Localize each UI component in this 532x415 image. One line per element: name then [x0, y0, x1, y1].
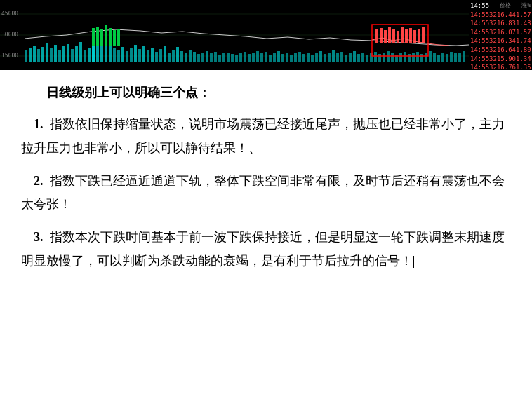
item-header-1: 1. [21, 117, 50, 131]
svg-rect-27 [109, 44, 112, 62]
numbered-item-1: 1. 指数依旧保持缩量状态，说明市场震荡已经接近尾声，抛压也已经非常小了，主力拉… [21, 113, 511, 160]
item-body-1: 指数依旧保持缩量状态，说明市场震荡已经接近尾声，抛压也已经非常小了，主力拉升压力… [21, 117, 505, 154]
price-row-6: 14:55 3215.90 1.34↑ [470, 55, 531, 64]
svg-rect-36 [147, 50, 149, 62]
svg-rect-45 [185, 53, 187, 62]
sidebar-time-label: 14:55 [470, 1, 489, 11]
svg-rect-25 [100, 46, 103, 62]
svg-rect-34 [138, 49, 141, 62]
item-header-3: 3. [21, 230, 50, 244]
item-body-2: 指数下跌已经逼近通道下轨，整体下跌空间非常有限，及时节后还稍有震荡也不会太夸张！ [21, 174, 505, 211]
svg-rect-69 [286, 53, 288, 62]
price-time-6: 14:55 [470, 55, 489, 64]
svg-rect-47 [193, 52, 196, 62]
item-paragraph-1: 1. 指数依旧保持缩量状态，说明市场震荡已经接近尾声，抛压也已经非常小了，主力拉… [21, 113, 511, 160]
price-row-1: 14:55 3216.44 1.57↑ [470, 11, 531, 20]
price-row-4: 14:55 3216.34 1.74↑ [470, 36, 531, 46]
chart-container: 45000 30000 15000 [0, 0, 532, 70]
svg-rect-102 [425, 53, 427, 62]
price-time-5: 14:55 [470, 46, 489, 55]
svg-rect-126 [96, 27, 99, 46]
svg-rect-22 [88, 48, 91, 62]
svg-rect-53 [218, 55, 221, 62]
price-time-2: 14:55 [470, 19, 489, 28]
svg-text:15000: 15000 [1, 53, 18, 59]
section-title: 日线级别上可以明确三个点： [21, 81, 511, 104]
svg-rect-68 [281, 54, 284, 62]
svg-rect-15 [58, 50, 61, 62]
svg-rect-113 [375, 29, 378, 43]
svg-rect-55 [227, 53, 230, 62]
svg-rect-125 [92, 28, 95, 46]
svg-rect-85 [353, 51, 356, 62]
svg-rect-76 [315, 53, 318, 62]
svg-rect-108 [450, 52, 453, 62]
svg-rect-57 [235, 55, 238, 62]
svg-rect-29 [117, 50, 120, 62]
content-area: 日线级别上可以明确三个点： 1. 指数依旧保持缩量状态，说明市场震荡已经接近尾声… [0, 70, 532, 297]
svg-rect-39 [159, 49, 162, 62]
svg-rect-60 [248, 54, 251, 62]
item-paragraph-3: 3. 指数本次下跌时间基本于前一波下跌保持接近，但是明显这一轮下跌调整末期速度明… [21, 226, 511, 273]
svg-rect-38 [155, 52, 158, 62]
price-change-1: 1.57↑ [516, 11, 532, 20]
chart-main: 45000 30000 15000 [0, 0, 469, 70]
svg-rect-87 [361, 53, 364, 62]
svg-rect-120 [405, 29, 408, 43]
svg-rect-124 [422, 27, 425, 43]
price-row-3: 14:55 3216.07 1.57↑ [470, 28, 531, 37]
svg-rect-41 [168, 53, 171, 62]
svg-text:45000: 45000 [1, 11, 18, 17]
svg-rect-127 [100, 29, 103, 46]
svg-rect-7 [25, 50, 27, 62]
svg-rect-62 [256, 51, 259, 62]
svg-rect-32 [130, 48, 133, 62]
svg-rect-107 [446, 54, 448, 62]
svg-rect-67 [277, 51, 280, 62]
svg-rect-28 [113, 48, 116, 62]
svg-rect-92 [383, 53, 385, 62]
svg-rect-43 [176, 47, 179, 62]
svg-rect-63 [260, 53, 263, 62]
svg-text:30000: 30000 [1, 32, 18, 38]
svg-rect-72 [298, 52, 301, 62]
svg-rect-121 [409, 28, 412, 43]
svg-rect-52 [214, 52, 217, 62]
svg-rect-17 [67, 44, 69, 62]
svg-rect-9 [33, 46, 36, 62]
svg-rect-71 [294, 53, 297, 62]
svg-rect-81 [336, 53, 339, 62]
svg-rect-73 [302, 54, 305, 62]
svg-rect-65 [269, 55, 272, 62]
svg-rect-88 [366, 55, 368, 62]
svg-rect-82 [340, 52, 343, 62]
svg-rect-103 [429, 51, 432, 62]
svg-rect-66 [273, 53, 276, 62]
svg-rect-130 [113, 30, 116, 46]
svg-rect-109 [454, 53, 457, 62]
svg-rect-59 [244, 52, 246, 62]
sidebar-header: 14:55 价格 涨% [470, 1, 531, 11]
price-value-3: 3216.07 [489, 28, 516, 37]
svg-rect-110 [458, 53, 461, 62]
numbered-item-3: 3. 指数本次下跌时间基本于前一波下跌保持接近，但是明显这一轮下跌调整末期速度明… [21, 226, 511, 273]
svg-rect-18 [71, 49, 74, 62]
item-body-3: 指数本次下跌时间基本于前一波下跌保持接近，但是明显这一轮下跌调整末期速度明显放慢… [21, 230, 505, 267]
price-change-2: 1.43↑ [516, 19, 532, 28]
candlestick-chart: 45000 30000 15000 [0, 0, 469, 70]
price-value-2: 3216.83 [489, 19, 516, 28]
svg-rect-86 [357, 54, 360, 62]
price-value-7: 3216.76 [489, 63, 516, 70]
svg-rect-80 [332, 50, 335, 62]
svg-rect-100 [416, 52, 419, 62]
svg-rect-84 [349, 53, 352, 62]
svg-rect-48 [197, 54, 200, 62]
svg-rect-77 [319, 51, 322, 62]
svg-rect-33 [134, 45, 137, 62]
sidebar-price-label: 价格 [500, 1, 511, 11]
svg-rect-117 [392, 29, 395, 43]
svg-rect-96 [399, 53, 402, 62]
svg-rect-11 [41, 47, 44, 62]
svg-rect-51 [210, 53, 213, 62]
svg-rect-46 [189, 50, 192, 62]
